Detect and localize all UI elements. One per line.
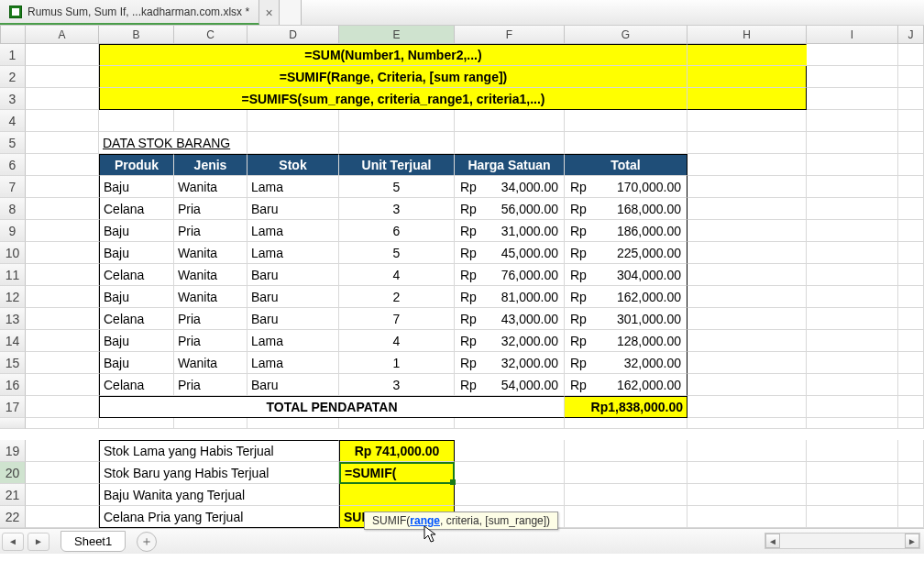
cell[interactable] xyxy=(565,418,688,429)
cell[interactable] xyxy=(688,176,807,198)
cell-unit[interactable]: 4 xyxy=(339,330,455,352)
cell[interactable] xyxy=(455,110,565,132)
cell[interactable] xyxy=(565,484,688,506)
cell[interactable] xyxy=(807,264,898,286)
cell-harga[interactable]: Rp81,000.00 xyxy=(455,286,565,308)
cell[interactable] xyxy=(26,418,99,429)
cell-stok[interactable]: Baru xyxy=(248,198,339,220)
row-header[interactable]: 22 xyxy=(0,506,26,528)
cell[interactable] xyxy=(898,66,924,88)
cell[interactable] xyxy=(455,132,565,154)
cell-unit[interactable]: 2 xyxy=(339,286,455,308)
cell[interactable] xyxy=(26,286,99,308)
cell[interactable] xyxy=(688,440,807,462)
cell[interactable] xyxy=(898,308,924,330)
cell-jenis[interactable]: Wanita xyxy=(174,352,248,374)
cell-unit[interactable]: 3 xyxy=(339,374,455,396)
cell[interactable] xyxy=(688,462,807,484)
cell[interactable] xyxy=(807,220,898,242)
summary-value[interactable]: Rp 741,000.00 xyxy=(339,440,455,462)
cell[interactable] xyxy=(688,220,807,242)
cell[interactable] xyxy=(26,44,99,66)
cell-unit[interactable]: 7 xyxy=(339,308,455,330)
sheet-nav-next-icon[interactable]: ► xyxy=(28,533,50,551)
cell[interactable] xyxy=(688,352,807,374)
cell[interactable] xyxy=(26,198,99,220)
cell[interactable] xyxy=(26,374,99,396)
cell[interactable] xyxy=(898,484,924,506)
cell-stok[interactable]: Lama xyxy=(248,352,339,374)
cell[interactable] xyxy=(26,176,99,198)
cell[interactable] xyxy=(565,462,688,484)
cell[interactable] xyxy=(898,88,924,110)
row-header[interactable]: 7 xyxy=(0,176,26,198)
cell[interactable] xyxy=(174,418,248,429)
row-header[interactable]: 14 xyxy=(0,330,26,352)
col-header[interactable]: D xyxy=(248,26,339,43)
summary-label[interactable]: Stok Lama yang Habis Terjual xyxy=(99,440,339,462)
cell[interactable] xyxy=(248,110,339,132)
cell-total[interactable]: Rp301,000.00 xyxy=(565,308,688,330)
cell-harga[interactable]: Rp45,000.00 xyxy=(455,242,565,264)
scroll-track[interactable] xyxy=(780,534,905,548)
cell[interactable] xyxy=(898,286,924,308)
row-header[interactable]: 11 xyxy=(0,264,26,286)
cell-stok[interactable]: Baru xyxy=(248,286,339,308)
cell-produk[interactable]: Celana xyxy=(99,264,174,286)
cell[interactable] xyxy=(807,396,898,418)
cell-unit[interactable]: 4 xyxy=(339,264,455,286)
th-stok[interactable]: Stok xyxy=(248,154,339,176)
cell[interactable] xyxy=(688,418,807,429)
cell[interactable] xyxy=(898,506,924,528)
total-value[interactable]: Rp1,838,000.00 xyxy=(565,396,688,418)
cell[interactable] xyxy=(688,44,807,66)
cell[interactable] xyxy=(26,396,99,418)
cell[interactable] xyxy=(26,88,99,110)
col-header-active[interactable]: E xyxy=(339,26,455,43)
cell-stok[interactable]: Baru xyxy=(248,264,339,286)
cell-total[interactable]: Rp32,000.00 xyxy=(565,352,688,374)
cell[interactable] xyxy=(807,154,898,176)
cell-unit[interactable]: 1 xyxy=(339,352,455,374)
cell[interactable] xyxy=(898,440,924,462)
cell[interactable] xyxy=(807,418,898,429)
cell[interactable] xyxy=(688,286,807,308)
cell[interactable] xyxy=(26,110,99,132)
row-header[interactable]: 19 xyxy=(0,440,26,462)
cell[interactable] xyxy=(898,330,924,352)
row-header[interactable]: 12 xyxy=(0,286,26,308)
cell[interactable] xyxy=(26,330,99,352)
cell[interactable] xyxy=(688,264,807,286)
cell[interactable] xyxy=(688,88,807,110)
cell[interactable] xyxy=(26,484,99,506)
row-header[interactable]: 16 xyxy=(0,374,26,396)
cell[interactable] xyxy=(807,440,898,462)
row-header[interactable]: 1 xyxy=(0,44,26,66)
cell-total[interactable]: Rp225,000.00 xyxy=(565,242,688,264)
cell[interactable] xyxy=(455,484,565,506)
cell-unit[interactable]: 5 xyxy=(339,176,455,198)
cell[interactable] xyxy=(807,374,898,396)
cell[interactable] xyxy=(455,418,565,429)
cell[interactable] xyxy=(339,418,455,429)
cell-jenis[interactable]: Pria xyxy=(174,198,248,220)
cell[interactable] xyxy=(807,330,898,352)
cell[interactable] xyxy=(688,484,807,506)
col-header[interactable]: H xyxy=(688,26,807,43)
cell[interactable] xyxy=(688,374,807,396)
cell[interactable] xyxy=(807,66,898,88)
cell[interactable] xyxy=(898,352,924,374)
cell[interactable] xyxy=(898,220,924,242)
row-header[interactable]: 15 xyxy=(0,352,26,374)
cell[interactable] xyxy=(455,440,565,462)
cell[interactable] xyxy=(807,110,898,132)
cell[interactable] xyxy=(688,132,807,154)
cell[interactable] xyxy=(898,132,924,154)
row-header[interactable]: 5 xyxy=(0,132,26,154)
cell-harga[interactable]: Rp43,000.00 xyxy=(455,308,565,330)
cell[interactable] xyxy=(26,352,99,374)
cell[interactable] xyxy=(807,286,898,308)
cell[interactable] xyxy=(807,198,898,220)
cell-stok[interactable]: Lama xyxy=(248,242,339,264)
add-sheet-icon[interactable]: ＋ xyxy=(137,532,157,552)
